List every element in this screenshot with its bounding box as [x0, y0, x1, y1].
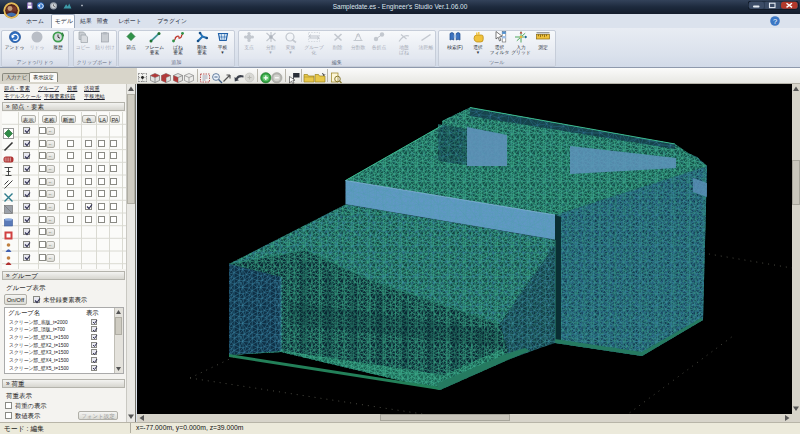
svg-text:?: ?: [773, 17, 777, 26]
svg-text:n: n: [357, 32, 360, 38]
